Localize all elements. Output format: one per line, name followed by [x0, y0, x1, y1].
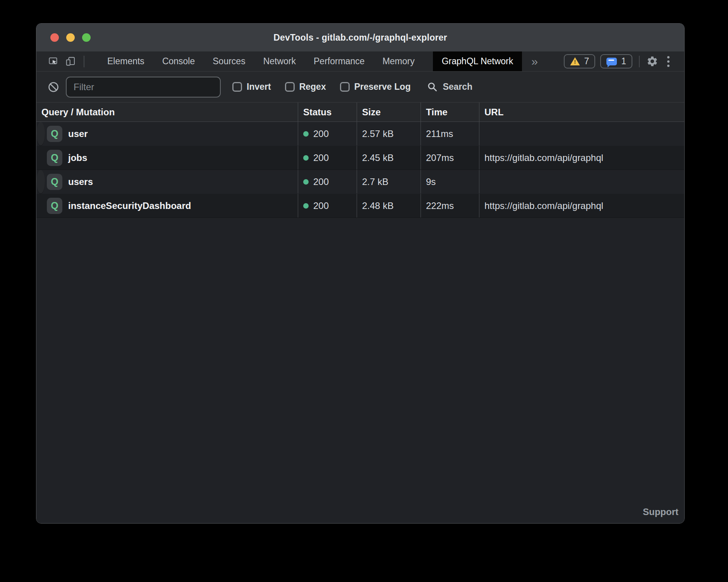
- column-header-3[interactable]: Time: [421, 103, 479, 122]
- request-table: Quser2002.57 kB211mshttps://gitlab.com/a…: [36, 122, 684, 218]
- status-ok-dot: [303, 155, 309, 161]
- url-cell: https://gitlab.com/api/graphql: [479, 194, 684, 217]
- table-row[interactable]: Qusers2002.7 kB9shttps://gitlab.com/api/…: [36, 170, 45, 194]
- status-cell: 200: [298, 146, 357, 169]
- url-cell: https://gitlab.com/api/graphql: [479, 146, 684, 169]
- tabbar-right-group: ! 7 1: [564, 54, 684, 69]
- warning-count: 7: [584, 56, 589, 67]
- status-ok-dot: [303, 131, 309, 137]
- query-name-cell: Qjobs: [36, 146, 298, 169]
- query-type-badge: Q: [47, 198, 62, 214]
- time-cell: 9s: [421, 170, 479, 193]
- query-name: user: [68, 128, 88, 139]
- filter-toolbar: InvertRegexPreserve Log Search: [36, 72, 684, 103]
- column-header-0[interactable]: Query / Mutation: [36, 103, 298, 122]
- tab-elements[interactable]: Elements: [98, 51, 153, 71]
- column-header-4[interactable]: URL: [479, 103, 684, 122]
- message-icon: [606, 58, 617, 65]
- minimize-window-button[interactable]: [66, 33, 75, 42]
- table-header: Query / MutationStatusSizeTimeURL: [36, 103, 684, 122]
- checkbox-group-invert[interactable]: Invert: [232, 82, 271, 92]
- maximize-window-button[interactable]: [82, 33, 91, 42]
- query-name-cell: Quser: [36, 122, 298, 146]
- status-code: 200: [313, 128, 329, 139]
- size-cell: 2.7 kB: [357, 170, 421, 193]
- tab-network[interactable]: Network: [254, 51, 305, 71]
- table-empty-area: Support: [36, 218, 684, 523]
- inspect-element-icon[interactable]: [48, 56, 58, 67]
- tab-memory[interactable]: Memory: [374, 51, 424, 71]
- checkbox-group-preserve-log[interactable]: Preserve Log: [340, 82, 411, 92]
- settings-gear-icon[interactable]: [646, 55, 658, 67]
- table-row[interactable]: Quser2002.57 kB211mshttps://gitlab.com/a…: [36, 122, 45, 146]
- devtools-window: DevTools - gitlab.com/-/graphql-explorer…: [36, 23, 685, 524]
- preserve-log-checkbox[interactable]: [340, 82, 350, 92]
- window-title: DevTools - gitlab.com/-/graphql-explorer: [273, 33, 447, 43]
- status-code: 200: [313, 200, 329, 211]
- checkbox-label: Regex: [299, 82, 326, 92]
- more-tabs-icon[interactable]: »: [528, 56, 541, 67]
- query-name: jobs: [68, 152, 87, 163]
- size-cell: 2.48 kB: [357, 194, 421, 217]
- query-name-cell: Qusers: [36, 170, 298, 193]
- traffic-lights: [50, 24, 91, 51]
- message-count: 1: [621, 56, 626, 67]
- tab-console[interactable]: Console: [153, 51, 204, 71]
- table-row[interactable]: Qjobs2002.45 kB207mshttps://gitlab.com/a…: [36, 146, 684, 170]
- warning-icon: !: [570, 57, 580, 65]
- regex-checkbox[interactable]: [285, 82, 295, 92]
- column-header-1[interactable]: Status: [298, 103, 357, 122]
- query-name: instanceSecurityDashboard: [68, 200, 191, 211]
- search-label: Search: [443, 82, 472, 92]
- issues-badge[interactable]: 1: [600, 54, 632, 68]
- query-type-badge: Q: [47, 126, 62, 142]
- titlebar: DevTools - gitlab.com/-/graphql-explorer: [36, 24, 684, 51]
- tab-sources[interactable]: Sources: [204, 51, 254, 71]
- status-code: 200: [313, 176, 329, 187]
- checkbox-group-regex[interactable]: Regex: [285, 82, 326, 92]
- status-cell: 200: [298, 122, 357, 146]
- status-cell: 200: [298, 194, 357, 217]
- tab-graphql-network[interactable]: GraphQL Network: [433, 51, 522, 71]
- query-type-badge: Q: [47, 150, 62, 166]
- time-cell: 211ms: [421, 122, 479, 146]
- time-cell: 222ms: [421, 194, 479, 217]
- invert-checkbox[interactable]: [232, 82, 242, 92]
- checkbox-label: Preserve Log: [354, 82, 411, 92]
- status-ok-dot: [303, 203, 309, 209]
- toolbar-divider: [84, 56, 84, 67]
- clear-block-icon[interactable]: [47, 81, 60, 93]
- kebab-menu-icon[interactable]: [663, 54, 673, 69]
- status-ok-dot: [303, 179, 309, 185]
- close-window-button[interactable]: [50, 33, 59, 42]
- device-toolbar-icon[interactable]: [65, 56, 76, 67]
- column-header-2[interactable]: Size: [357, 103, 421, 122]
- query-name: users: [68, 176, 93, 187]
- url-cell: https://gitlab.com/api/graphql: [479, 122, 484, 146]
- devtools-tabbar: ElementsConsoleSourcesNetworkPerformance…: [36, 51, 684, 72]
- time-cell: 207ms: [421, 146, 479, 169]
- status-cell: 200: [298, 170, 357, 193]
- support-link[interactable]: Support: [643, 507, 678, 517]
- tab-performance[interactable]: Performance: [305, 51, 374, 71]
- query-name-cell: QinstanceSecurityDashboard: [36, 194, 298, 217]
- size-cell: 2.45 kB: [357, 146, 421, 169]
- checkbox-label: Invert: [247, 82, 271, 92]
- filter-checkboxes: InvertRegexPreserve Log: [232, 82, 424, 92]
- status-code: 200: [313, 152, 329, 163]
- size-cell: 2.57 kB: [357, 122, 421, 146]
- filter-input[interactable]: [66, 77, 221, 98]
- warnings-badge[interactable]: ! 7: [564, 54, 595, 68]
- url-cell: https://gitlab.com/api/graphql: [479, 170, 484, 193]
- query-type-badge: Q: [47, 174, 62, 190]
- tabbar-divider: [639, 56, 640, 67]
- table-row[interactable]: QinstanceSecurityDashboard2002.48 kB222m…: [36, 194, 684, 218]
- search-icon: [427, 81, 438, 92]
- search-toggle[interactable]: Search: [427, 81, 472, 92]
- tabs: ElementsConsoleSourcesNetworkPerformance…: [98, 51, 424, 71]
